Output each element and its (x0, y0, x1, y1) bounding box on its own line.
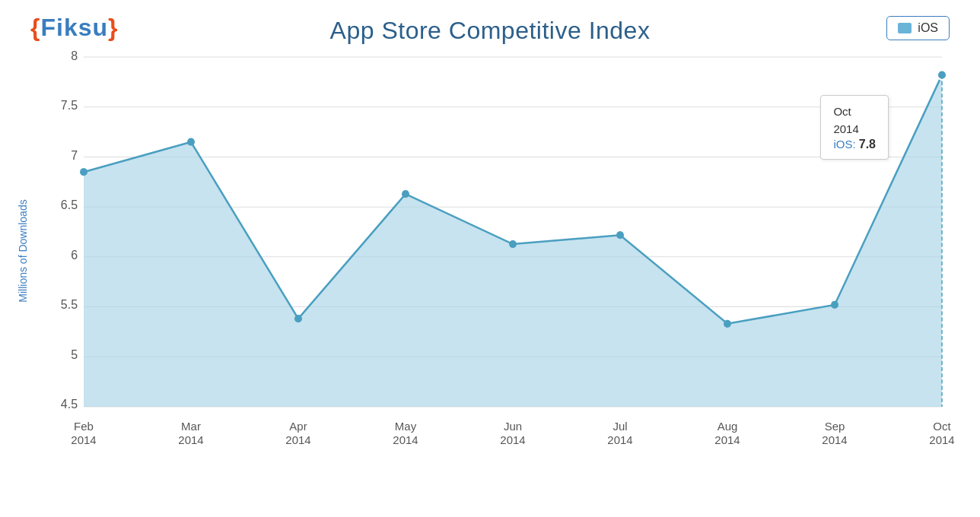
logo: {Fiksu} (30, 14, 118, 42)
svg-text:2014: 2014 (822, 433, 847, 446)
svg-text:Jul: Jul (612, 420, 627, 433)
svg-text:2014: 2014 (178, 433, 203, 446)
svg-text:Sep: Sep (825, 420, 845, 433)
chart-area: Millions of Downloads 8 7.5 7 (30, 49, 950, 452)
svg-text:Aug: Aug (718, 420, 738, 433)
svg-text:6.5: 6.5 (61, 198, 78, 211)
data-point-feb (80, 168, 88, 176)
tooltip-value: iOS: 7.8 (833, 138, 876, 151)
svg-text:Apr: Apr (289, 420, 307, 433)
svg-text:2014: 2014 (285, 433, 310, 446)
page-container: {Fiksu} App Store Competitive Index iOS … (0, 0, 980, 517)
svg-text:2014: 2014 (71, 433, 96, 446)
data-point-apr (294, 315, 302, 322)
svg-text:May: May (395, 420, 417, 433)
svg-text:7: 7 (71, 148, 78, 162)
page-title: App Store Competitive Index (330, 17, 651, 45)
chart-inner: 8 7.5 7 6.5 6 5.5 5 4.5 (84, 57, 942, 407)
data-point-may (402, 190, 409, 198)
svg-text:5: 5 (71, 347, 78, 360)
chart-svg: 8 7.5 7 6.5 6 5.5 5 4.5 (84, 57, 942, 407)
svg-text:Jun: Jun (504, 420, 522, 433)
svg-text:Oct: Oct (933, 420, 951, 433)
y-axis-label: Millions of Downloads (17, 199, 29, 302)
legend-label-ios: iOS (918, 21, 938, 35)
svg-text:2014: 2014 (929, 433, 954, 446)
svg-text:2014: 2014 (607, 433, 632, 446)
svg-text:Feb: Feb (74, 420, 94, 433)
data-point-sep (831, 301, 838, 309)
header: {Fiksu} App Store Competitive Index iOS (0, 0, 980, 49)
svg-text:7.5: 7.5 (61, 98, 78, 112)
svg-text:2014: 2014 (500, 433, 525, 446)
tooltip-date: Oct 2014 (833, 103, 876, 138)
svg-text:4.5: 4.5 (61, 397, 78, 411)
svg-text:2014: 2014 (393, 433, 418, 446)
svg-text:8: 8 (71, 49, 78, 62)
tooltip: Oct 2014 iOS: 7.8 (820, 95, 889, 160)
data-point-jun (509, 240, 517, 248)
svg-text:6: 6 (71, 248, 78, 262)
svg-text:2014: 2014 (714, 433, 740, 446)
data-point-mar (187, 138, 195, 146)
svg-text:5.5: 5.5 (61, 297, 78, 311)
svg-text:Mar: Mar (181, 420, 201, 433)
ios-legend: iOS (886, 16, 950, 40)
data-point-jul (616, 231, 624, 239)
data-point-aug (724, 320, 731, 328)
legend-color-ios (898, 23, 912, 33)
